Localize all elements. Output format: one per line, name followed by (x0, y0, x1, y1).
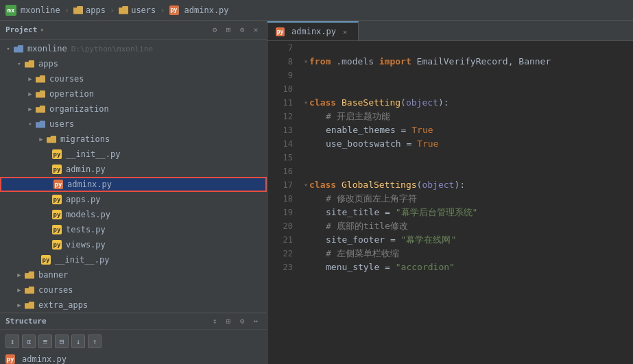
structure-expand-icon[interactable]: ↔ (250, 316, 261, 327)
code-line-15 (304, 151, 633, 165)
structure-file-icon: py (5, 354, 15, 364)
tree-root[interactable]: ▾ mxonline D:\python\mxonline (0, 41, 267, 56)
code-line-12: # 开启主题功能 (304, 110, 633, 123)
courses-label: courses (49, 74, 84, 84)
struct-up-btn[interactable]: ↑ (88, 335, 101, 348)
sidebar-close-icon[interactable]: ✕ (250, 25, 261, 36)
tree-courses[interactable]: ▶ courses (0, 71, 267, 86)
tree-apps-init-py[interactable]: py __init__.py (0, 252, 267, 267)
tree-migrations[interactable]: ▶ migrations (0, 132, 267, 147)
structure-toolbar: ↕ ⊞ ⚙ ↔ (209, 316, 261, 327)
tree-apps[interactable]: ▾ apps (0, 56, 267, 71)
adminx-label: adminx.py (67, 180, 112, 189)
code-area[interactable]: ▾ from . models import EmailVerifyRecord… (298, 41, 633, 364)
code-line-8: ▾ from . models import EmailVerifyRecord… (304, 55, 633, 69)
struct-expand-btn[interactable]: ≡ (38, 335, 52, 348)
tree-extra-apps[interactable]: ▶ extra_apps (0, 298, 267, 313)
tab-close-button[interactable]: ✕ (340, 27, 350, 36)
init-label: __init__.py (66, 149, 120, 159)
tree-adminx-py[interactable]: py adminx.py (0, 177, 267, 192)
users-label: users (49, 119, 74, 129)
courses-root-folder-icon (25, 287, 34, 294)
code-line-20: # 底部的title修改 (304, 219, 633, 233)
operation-arrow: ▶ (25, 90, 36, 97)
tree-tests-py[interactable]: py tests.py (0, 222, 267, 237)
structure-title: Structure (5, 317, 47, 326)
code-line-16 (304, 165, 633, 178)
structure-sort-icon[interactable]: ↕ (209, 316, 220, 327)
code-line-9 (304, 69, 633, 82)
editor-tab-adminx[interactable]: py adminx.py ✕ (267, 21, 359, 40)
tab-label: adminx.py (291, 27, 336, 36)
migrations-arrow: ▶ (36, 136, 47, 143)
breadcrumb-file-label: adminx.py (184, 5, 229, 15)
extra-apps-label: extra_apps (38, 300, 88, 310)
fold-arrow-17: ▾ (304, 178, 308, 192)
file-py-icon: py (169, 5, 179, 15)
code-line-18: # 修改页面左上角字符 (304, 192, 633, 206)
banner-label: banner (38, 270, 68, 280)
tree-models-py[interactable]: py models.py (0, 207, 267, 222)
apps-label: apps (38, 59, 58, 69)
banner-folder-icon (25, 271, 34, 279)
structure-grid-icon[interactable]: ⊞ (223, 316, 234, 327)
courses-folder-icon (36, 75, 45, 83)
tree-operation[interactable]: ▶ operation (0, 86, 267, 101)
tree-init-py[interactable]: py __init__.py (0, 147, 267, 162)
kw-from: from (309, 55, 331, 69)
structure-file-label: adminx.py (22, 354, 67, 364)
tests-label: tests.py (66, 225, 106, 234)
operation-folder-icon (36, 90, 45, 98)
courses-root-arrow: ▶ (14, 287, 25, 293)
breadcrumb-apps[interactable]: apps (73, 5, 106, 15)
courses-arrow: ▶ (25, 75, 36, 82)
tree-admin-py[interactable]: py admin.py (0, 162, 267, 177)
structure-gear-icon[interactable]: ⚙ (237, 316, 248, 327)
struct-sort-btn[interactable]: ↕ (5, 335, 19, 348)
breadcrumb-users-label: users (131, 5, 156, 15)
apps-py-label: apps.py (66, 195, 101, 204)
courses-root-label: courses (38, 285, 73, 295)
struct-down-btn[interactable]: ↓ (71, 335, 85, 348)
sidebar-gear-icon[interactable]: ⚙ (209, 25, 220, 36)
tests-py-icon: py (52, 225, 62, 234)
tree-banner[interactable]: ▶ banner (0, 267, 267, 282)
tree-users[interactable]: ▾ users (0, 117, 267, 132)
tree-apps-py[interactable]: py apps.py (0, 192, 267, 207)
struct-collapse-btn[interactable]: ⊟ (55, 335, 69, 348)
structure-content: ↕ α ≡ ⊟ ↓ ↑ (0, 330, 267, 353)
sidebar-header: Project ▾ ⚙ ⊞ ⚙ ✕ (0, 21, 267, 40)
tree-courses-root[interactable]: ▶ courses (0, 282, 267, 298)
extra-apps-folder-icon (25, 302, 34, 309)
editor-content: 7 8 9 10 11 12 13 14 15 16 17 18 19 20 2… (267, 41, 633, 364)
migrations-folder-icon (47, 136, 56, 143)
sidebar-pin-icon[interactable]: ⊞ (223, 25, 234, 36)
organization-folder-icon (36, 106, 45, 113)
structure-file[interactable]: py adminx.py (0, 354, 267, 364)
tree-views-py[interactable]: py views.py (0, 237, 267, 252)
struct-alpha-btn[interactable]: α (22, 335, 36, 348)
extra-apps-arrow: ▶ (14, 302, 25, 308)
sidebar-title: Project ▾ (5, 25, 44, 34)
tree-organization[interactable]: ▶ organization (0, 101, 267, 117)
root-path: D:\python\mxonline (71, 45, 153, 53)
users-folder-icon (36, 121, 45, 128)
admin-py-icon: py (52, 165, 62, 174)
code-line-11: ▾ class BaseSetting ( object ): (304, 96, 633, 110)
editor-area: py adminx.py ✕ 7 8 9 10 11 12 13 14 15 1… (267, 21, 633, 364)
project-tree: ▾ mxonline D:\python\mxonline ▾ apps ▶ c… (0, 40, 267, 313)
code-line-23: menu_style = "accordion" (304, 260, 633, 274)
sidebar-dropdown-arrow[interactable]: ▾ (40, 26, 44, 34)
root-arrow: ▾ (3, 45, 14, 52)
apps-folder-icon (73, 6, 83, 14)
sidebar-settings-icon[interactable]: ⚙ (237, 25, 248, 36)
tab-file-icon: py (276, 27, 285, 36)
fold-arrow-8: ▾ (304, 55, 308, 69)
users-folder-icon (119, 6, 128, 14)
apps-arrow: ▾ (14, 60, 25, 67)
breadcrumb-users[interactable]: users (119, 5, 156, 15)
structure-header: Structure ↕ ⊞ ⚙ ↔ (0, 313, 267, 330)
views-py-icon: py (52, 240, 62, 250)
sidebar: Project ▾ ⚙ ⊞ ⚙ ✕ ▾ mxonline D:\python\m… (0, 21, 267, 364)
breadcrumb-file[interactable]: py adminx.py (169, 5, 229, 15)
